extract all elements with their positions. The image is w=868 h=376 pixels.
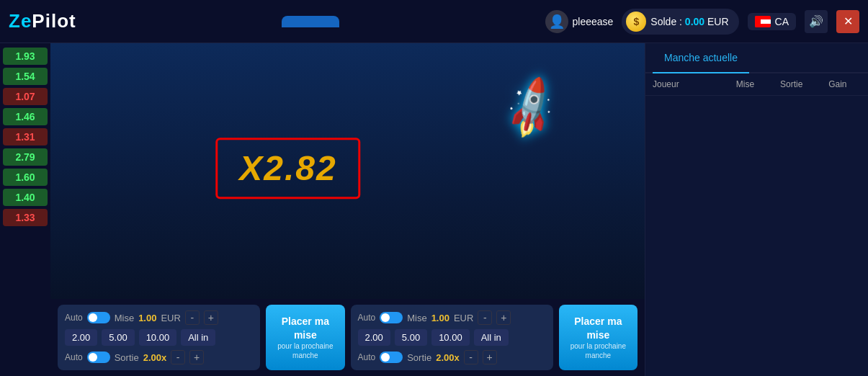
country-flag: CA [748, 13, 796, 30]
header-center [76, 16, 545, 27]
country-code: CA [775, 16, 789, 27]
bet-row-1: Auto Mise 1.00 EUR - + [65, 310, 253, 325]
auto-toggle-sortie-1[interactable] [87, 352, 110, 363]
quick-bets-2: 2.00 5.00 10.00 All in [358, 329, 546, 346]
allin-btn-1[interactable]: All in [181, 329, 215, 346]
sortie-minus-1[interactable]: - [171, 350, 185, 364]
sidebar-item: 1.31 [3, 128, 48, 146]
sortie-row-2: Auto Sortie 2.00x - + [358, 350, 546, 364]
sound-button[interactable]: 🔊 [805, 10, 828, 33]
table-body [645, 96, 868, 376]
sidebar-item: 1.60 [3, 169, 48, 186]
mise-value-2: 1.00 [431, 313, 449, 323]
logo-ze: Ze [9, 10, 32, 32]
close-button[interactable]: ✕ [836, 10, 859, 33]
sortie-minus-2[interactable]: - [464, 350, 478, 364]
sortie-plus-2[interactable]: + [483, 350, 497, 364]
sortie-label-2: Sortie [407, 352, 431, 363]
auto-label-sortie-1: Auto [65, 352, 83, 362]
game-area: X2.82 🚀 Auto Mise 1.00 EUR - + 2.00 5. [50, 43, 645, 376]
user-avatar-icon: 👤 [545, 10, 568, 33]
logo-pilot: Pilot [32, 10, 76, 32]
minus-btn-2[interactable]: - [478, 310, 492, 325]
col-sortie: Sortie [769, 79, 815, 89]
logo: ZePilot [9, 10, 76, 32]
table-header: Joueur Mise Sortie Gain [645, 73, 868, 96]
mise-label-1: Mise [115, 313, 134, 323]
auto-toggle-2[interactable] [380, 312, 403, 323]
main-layout: 1.93 1.54 1.07 1.46 1.31 2.79 1.60 1.40 … [0, 43, 868, 376]
mise-label-2: Mise [407, 313, 426, 323]
sidebar-item: 1.46 [3, 108, 48, 125]
place-btn-sub1-1: mise [294, 328, 317, 341]
place-btn-sub2-1: pour la prochaine [277, 341, 333, 351]
right-panel: Manche actuelle Joueur Mise Sortie Gain [645, 43, 868, 376]
plus-btn-2[interactable]: + [496, 310, 511, 325]
place-btn-main-2: Placer ma [574, 315, 622, 328]
col-gain: Gain [815, 79, 861, 89]
quick-10-2[interactable]: 10.00 [431, 329, 470, 346]
minus-btn-1[interactable]: - [185, 310, 200, 325]
quick-5-1[interactable]: 5.00 [102, 329, 134, 346]
multiplier-box: X2.82 [215, 138, 360, 199]
sidebar: 1.93 1.54 1.07 1.46 1.31 2.79 1.60 1.40 … [0, 43, 50, 376]
sidebar-item: 2.79 [3, 148, 48, 166]
quick-10-1[interactable]: 10.00 [139, 329, 177, 346]
mise-value-1: 1.00 [138, 313, 156, 323]
sortie-value-1: 2.00x [143, 352, 167, 363]
balance-section: $ Solde : 0.00 EUR [622, 9, 738, 35]
place-btn-sub3-2: manche [586, 351, 612, 360]
place-bet-button-1[interactable]: Placer ma mise pour la prochaine manche [266, 305, 344, 370]
place-btn-main-1: Placer ma [282, 315, 329, 328]
auto-toggle-1[interactable] [87, 312, 110, 323]
game-canvas: X2.82 🚀 [50, 43, 645, 299]
auto-label-1: Auto [65, 313, 83, 323]
flag-icon [755, 16, 771, 27]
sidebar-item: 1.54 [3, 68, 48, 85]
sidebar-item: 1.40 [3, 189, 48, 206]
rocket-icon: 🚀 [495, 73, 567, 144]
header: ZePilot 👤 pleeease $ Solde : 0.00 EUR CA… [0, 0, 868, 43]
sortie-row-1: Auto Sortie 2.00x - + [65, 350, 253, 364]
tab-manche-actuelle[interactable]: Manche actuelle [653, 43, 749, 73]
place-bet-button-2[interactable]: Placer ma mise pour la prochaine manche [559, 305, 637, 370]
col-joueur: Joueur [653, 79, 722, 89]
bet-panel-1: Auto Mise 1.00 EUR - + 2.00 5.00 10.00 A… [58, 305, 260, 370]
user-section: 👤 pleeease [545, 10, 614, 33]
sidebar-item: 1.93 [3, 48, 48, 65]
sortie-label-1: Sortie [115, 352, 139, 363]
sidebar-item: 1.33 [3, 209, 48, 226]
sortie-plus-1[interactable]: + [189, 350, 204, 364]
quick-2-2[interactable]: 2.00 [358, 329, 390, 346]
allin-btn-2[interactable]: All in [474, 329, 509, 346]
auto-label-sortie-2: Auto [358, 352, 376, 362]
header-right: 👤 pleeease $ Solde : 0.00 EUR CA 🔊 ✕ [545, 9, 859, 35]
username: pleeease [573, 16, 614, 27]
place-btn-sub2-2: pour la prochaine [571, 341, 626, 351]
col-mise: Mise [722, 79, 768, 89]
sortie-value-2: 2.00x [436, 352, 460, 363]
sidebar-item: 1.07 [3, 88, 48, 105]
place-btn-sub1-2: mise [586, 328, 609, 341]
eur-label-1: EUR [161, 313, 180, 323]
eur-label-2: EUR [454, 313, 473, 323]
controls-row: Auto Mise 1.00 EUR - + 2.00 5.00 10.00 A… [50, 299, 645, 376]
place-btn-sub3-1: manche [292, 351, 318, 360]
quick-5-2[interactable]: 5.00 [395, 329, 427, 346]
quick-bets-1: 2.00 5.00 10.00 All in [65, 329, 253, 346]
balance-amount: 0.00 [685, 16, 704, 27]
active-tab[interactable] [282, 16, 339, 27]
bet-panel-2: Auto Mise 1.00 EUR - + 2.00 5.00 10.00 A… [351, 305, 553, 370]
right-tabs: Manche actuelle [645, 43, 868, 73]
auto-toggle-sortie-2[interactable] [380, 352, 403, 363]
balance-label: Solde : 0.00 EUR [650, 16, 728, 27]
plus-btn-1[interactable]: + [204, 310, 218, 325]
bet-row-2: Auto Mise 1.00 EUR - + [358, 310, 546, 325]
coin-icon: $ [626, 12, 646, 32]
auto-label-2: Auto [358, 313, 376, 323]
multiplier-text: X2.82 [239, 148, 336, 188]
quick-2-1[interactable]: 2.00 [65, 329, 97, 346]
